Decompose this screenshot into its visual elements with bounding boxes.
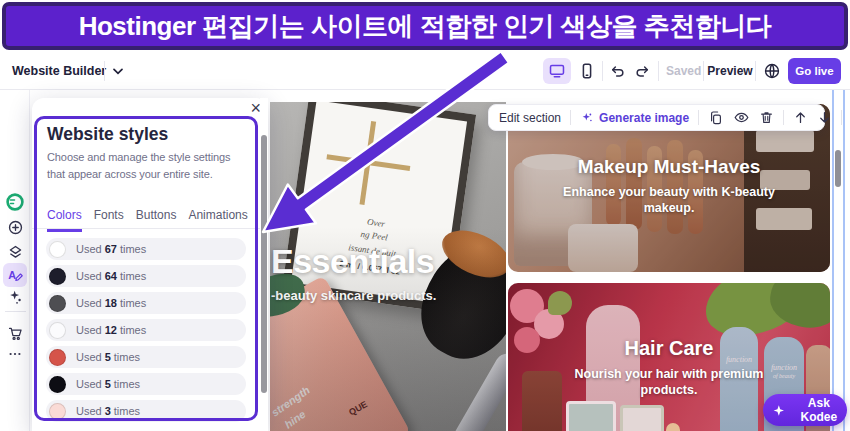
generate-image-label: Generate image bbox=[599, 111, 689, 125]
sparkles-icon bbox=[7, 289, 24, 306]
cart-icon bbox=[7, 325, 24, 342]
text-style-pen-icon: A bbox=[6, 266, 24, 284]
toolbar-divider bbox=[658, 61, 659, 81]
undo-icon bbox=[609, 63, 626, 80]
usage-prefix: Used bbox=[76, 297, 102, 309]
toolbar-divider bbox=[755, 61, 756, 81]
color-swatch bbox=[49, 403, 66, 420]
usage-prefix: Used bbox=[76, 351, 102, 363]
sidebar-more-button[interactable] bbox=[3, 342, 27, 366]
canvas-scrollbar-thumb[interactable] bbox=[835, 150, 841, 187]
usage-suffix: times bbox=[120, 324, 146, 336]
saved-status: Saved bbox=[666, 52, 701, 90]
preview-button[interactable]: Preview bbox=[709, 58, 751, 84]
makeup-card-text: Makeup Must-Haves Enhance your beauty wi… bbox=[508, 156, 830, 216]
usage-suffix: times bbox=[114, 405, 140, 417]
hero-section[interactable]: Over ng Peel issant de nuit 2 ml / 0.067… bbox=[270, 102, 506, 431]
color-usage-row[interactable]: Used5times bbox=[46, 346, 246, 368]
globe-button[interactable] bbox=[760, 58, 784, 84]
redo-icon bbox=[634, 63, 651, 80]
usage-prefix: Used bbox=[76, 324, 102, 336]
panel-title: Website styles bbox=[47, 124, 168, 145]
undo-button[interactable] bbox=[606, 58, 628, 84]
hero-title: Essentials bbox=[271, 242, 434, 281]
color-swatch bbox=[49, 268, 66, 285]
redo-button[interactable] bbox=[631, 58, 653, 84]
usage-suffix: times bbox=[120, 270, 146, 282]
arrow-down-icon bbox=[817, 110, 832, 125]
website-builder-label: Website Builder bbox=[12, 64, 106, 78]
color-usage-list: Used67times Used64times Used18times Used… bbox=[46, 238, 246, 427]
sparkle-icon bbox=[580, 111, 594, 125]
usage-prefix: Used bbox=[76, 243, 102, 255]
sidebar-sections-button[interactable] bbox=[3, 240, 27, 264]
website-builder-menu[interactable]: Website Builder bbox=[12, 52, 123, 90]
usage-count: 18 bbox=[105, 297, 117, 309]
usage-count: 12 bbox=[105, 324, 117, 336]
hero-subtitle: -beauty skincare products. bbox=[271, 288, 436, 303]
hair-card-subtitle: Nourish your hair with premium products. bbox=[553, 366, 785, 398]
layers-icon bbox=[7, 244, 24, 261]
go-live-button[interactable]: Go live bbox=[788, 58, 841, 84]
duplicate-section-button[interactable] bbox=[708, 110, 724, 126]
chevron-down-icon bbox=[113, 68, 123, 75]
delete-section-button[interactable] bbox=[759, 110, 774, 125]
color-usage-row[interactable]: Used64times bbox=[46, 265, 246, 287]
color-swatch bbox=[49, 349, 66, 366]
edit-section-toolbar: Edit section Generate image bbox=[488, 104, 825, 131]
color-usage-row[interactable]: Used67times bbox=[46, 238, 246, 260]
usage-suffix: times bbox=[114, 378, 140, 390]
usage-prefix: Used bbox=[76, 405, 102, 417]
desktop-view-button[interactable] bbox=[543, 58, 571, 84]
sidebar-add-element-button[interactable] bbox=[3, 215, 27, 239]
mobile-view-button[interactable] bbox=[575, 58, 599, 84]
top-toolbar: Website Builder Saved Preview Go live bbox=[0, 52, 850, 90]
usage-prefix: Used bbox=[76, 270, 102, 282]
visibility-button[interactable] bbox=[733, 109, 750, 126]
color-usage-row[interactable]: Used12times bbox=[46, 319, 246, 341]
ellipsis-icon bbox=[7, 346, 23, 362]
toolbar-divider bbox=[602, 61, 603, 81]
toolbar-divider bbox=[841, 110, 842, 125]
toolbar-divider bbox=[703, 61, 704, 81]
toolbar-divider bbox=[698, 110, 699, 125]
usage-count: 67 bbox=[105, 243, 117, 255]
toolbar-divider bbox=[570, 110, 571, 125]
makeup-card-subtitle: Enhance your beauty with K-beauty makeup… bbox=[553, 184, 785, 216]
color-usage-row[interactable]: Used18times bbox=[46, 292, 246, 314]
builder-logo-button[interactable] bbox=[3, 190, 27, 214]
eye-icon bbox=[733, 109, 750, 126]
sidebar-divider bbox=[5, 311, 26, 312]
canvas-guide-line bbox=[832, 90, 834, 431]
promo-banner-text: Hostinger 편집기는 사이트에 적합한 인기 색상을 추천합니다 bbox=[79, 9, 772, 44]
toolbar-divider bbox=[104, 61, 105, 81]
plus-circle-icon bbox=[7, 219, 24, 236]
usage-suffix: times bbox=[120, 243, 146, 255]
sidebar-website-styles-button[interactable]: A bbox=[3, 263, 27, 287]
ask-kodee-button[interactable]: Ask Kodee bbox=[763, 394, 847, 426]
mobile-icon bbox=[578, 62, 596, 80]
desktop-icon bbox=[548, 62, 566, 80]
edit-section-button[interactable]: Edit section bbox=[499, 111, 561, 125]
ask-kodee-label: Ask Kodee bbox=[791, 396, 847, 424]
kodee-logo-icon bbox=[772, 403, 786, 418]
trash-icon bbox=[759, 110, 774, 125]
usage-count: 5 bbox=[105, 351, 111, 363]
panel-scrollbar[interactable] bbox=[260, 98, 268, 431]
color-usage-row[interactable]: Used3times bbox=[46, 400, 246, 422]
sidebar-ai-tools-button[interactable] bbox=[3, 285, 27, 309]
panel-scrollbar-thumb[interactable] bbox=[261, 135, 267, 393]
color-swatch bbox=[49, 295, 66, 312]
move-section-up-button[interactable] bbox=[793, 110, 808, 125]
usage-suffix: times bbox=[120, 297, 146, 309]
color-usage-row[interactable]: Used5times bbox=[46, 373, 246, 395]
generate-image-button[interactable]: Generate image bbox=[580, 111, 689, 125]
move-section-down-button[interactable] bbox=[817, 110, 832, 125]
usage-prefix: Used bbox=[76, 378, 102, 390]
globe-icon bbox=[763, 62, 781, 80]
toolbar-divider bbox=[783, 110, 784, 125]
builder-logo-icon bbox=[5, 192, 25, 212]
duplicate-icon bbox=[708, 110, 724, 126]
arrow-up-icon bbox=[793, 110, 808, 125]
canvas-guide-line bbox=[843, 90, 845, 431]
